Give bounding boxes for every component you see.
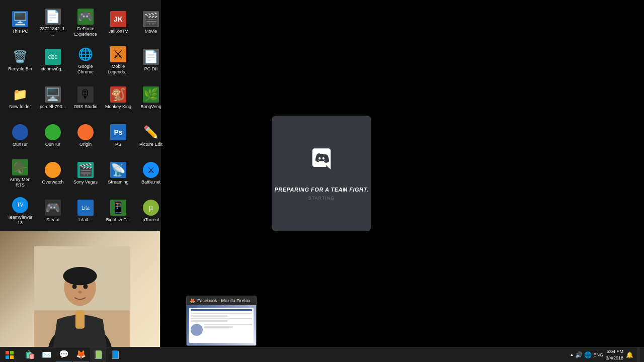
svg-rect-10 xyxy=(10,351,14,354)
desktop-icon-bigolive[interactable]: 📱 BigoLiveC... xyxy=(103,194,133,229)
origin-icon xyxy=(77,124,94,140)
svg-rect-12 xyxy=(10,355,14,359)
lita-icon: Lita xyxy=(77,200,94,216)
clock-time: 5:04 PM xyxy=(606,348,623,355)
tray-notification[interactable]: 🔔 xyxy=(626,351,633,358)
steam-icon: 🎮 xyxy=(45,200,61,216)
taskbar-store-icon[interactable]: 🛍️ xyxy=(22,347,38,363)
tray-network-icon[interactable]: 🌐 xyxy=(584,351,592,358)
tray-speaker-icon[interactable]: 🔊 xyxy=(575,351,583,358)
ps-icon: Ps xyxy=(110,124,126,140)
this-pc-icon: 🖥️ xyxy=(12,11,28,27)
teamviewer-icon: TV xyxy=(12,197,28,213)
fb-thumb-content xyxy=(189,308,254,343)
jaikon-label: JaiKonTV xyxy=(108,29,128,34)
svg-rect-9 xyxy=(6,351,9,354)
mobile-legends-label: Mobile Legends... xyxy=(105,64,132,75)
taskbar-mail-icon[interactable]: ✉️ xyxy=(39,347,55,363)
ountur1-icon xyxy=(12,124,28,140)
desktop-icon-ountur1[interactable]: OunTur xyxy=(5,118,35,153)
windows-logo-icon xyxy=(6,351,14,359)
fb-thumbnail xyxy=(187,305,256,345)
desktop-icon-ctcbmw[interactable]: cbc ctcbmw0g... xyxy=(38,43,68,78)
fb-title: Facebook - Mozilla Firefox xyxy=(197,298,251,303)
desktop-icon-ountur2[interactable]: OunTur xyxy=(38,118,68,153)
desktop-icon-army-men[interactable]: 🪖 Army Men RTS xyxy=(5,156,35,191)
show-desktop-button[interactable] xyxy=(637,347,640,363)
desktop-icon-obs[interactable]: 🎙 OBS Studio xyxy=(70,80,101,116)
system-tray-icons: ▲ 🔊 🌐 ENG xyxy=(570,351,603,358)
desktop-icon-battlenet[interactable]: ⚔ Battle.net xyxy=(136,156,166,191)
teamviewer-label: TeamViewer 13 xyxy=(7,215,34,226)
bongveng-icon: 🌿 xyxy=(143,86,159,103)
desktop-icon-teamviewer[interactable]: TV TeamViewer 13 xyxy=(5,194,35,229)
start-button[interactable] xyxy=(0,347,19,363)
desktop-icon-recycle[interactable]: 🗑️ Recycle Bin xyxy=(5,43,35,78)
desktop-icon-pc-dell[interactable]: 🖥️ pc-dell-790... xyxy=(38,80,68,116)
fb-thumb-line5 xyxy=(204,324,252,325)
ps-label: PS xyxy=(115,142,121,147)
desktop-icon-mobile-legends[interactable]: ⚔ Mobile Legends... xyxy=(103,43,133,78)
ountur2-icon xyxy=(45,124,61,140)
tray-chevron[interactable]: ▲ xyxy=(570,352,574,357)
desktop-icon-ps[interactable]: Ps PS xyxy=(103,118,133,153)
monkey-king-label: Monkey King xyxy=(105,104,131,110)
fb-thumb-line2 xyxy=(191,315,227,317)
desktop-icon-geforce[interactable]: 🎮 GeForce Experience xyxy=(70,5,101,40)
svg-rect-11 xyxy=(6,355,9,359)
pc-dll-label: PC DII xyxy=(144,66,158,72)
svg-point-6 xyxy=(72,284,77,289)
desktop-icon-chrome[interactable]: 🌐 Google Chrome xyxy=(70,43,101,78)
desktop-icon-monkey-king[interactable]: 🐒 Monkey King xyxy=(103,80,133,116)
battlenet-label: Battle.net xyxy=(141,179,160,185)
battlenet-icon: ⚔ xyxy=(143,162,159,178)
streaming-label: Streaming xyxy=(108,179,128,185)
bigolive-icon: 📱 xyxy=(110,200,126,216)
taskbar-firefox-icon[interactable]: 🦊 xyxy=(73,347,89,363)
geforce-label: GeForce Experience xyxy=(72,26,99,37)
28721842-label: 28721842_1... xyxy=(39,26,66,37)
svg-point-7 xyxy=(83,284,88,289)
obs-label: OBS Studio xyxy=(73,104,97,110)
fb-thumb-line6 xyxy=(204,326,233,328)
overwatch-label: Overwatch xyxy=(42,179,63,185)
taskbar-blue-app-icon[interactable]: 📘 xyxy=(107,347,123,363)
tray-lang[interactable]: ENG xyxy=(593,352,603,357)
bigolive-label: BigoLiveC... xyxy=(106,217,131,223)
clock-date: 3/4/2018 xyxy=(606,355,623,361)
firefox-icon: 🦊 xyxy=(190,298,195,303)
system-clock[interactable]: 5:04 PM 3/4/2018 xyxy=(606,348,623,361)
desktop-icon-movie[interactable]: 🎬 Movie xyxy=(136,5,166,40)
desktop-icon-lita[interactable]: Lita Lita&... xyxy=(70,194,101,229)
new-folder-icon: 📁 xyxy=(12,86,28,103)
desktop-icon-pc-dll[interactable]: 📄 PC DII xyxy=(136,43,166,78)
taskbar-green-app-icon[interactable]: 📗 xyxy=(90,347,106,363)
pc-dell-icon: 🖥️ xyxy=(45,86,61,103)
facebook-preview-popup[interactable]: 🦊 Facebook - Mozilla Firefox xyxy=(186,296,257,346)
utorrent-label: µTorrent xyxy=(142,217,159,223)
streaming-icon: 📡 xyxy=(110,162,126,178)
desktop-icon-streaming[interactable]: 📡 Streaming xyxy=(103,156,133,191)
chrome-icon: 🌐 xyxy=(77,46,94,62)
ountur2-label: OunTur xyxy=(45,142,60,147)
ountur1-label: OunTur xyxy=(13,142,28,147)
army-men-label: Army Men RTS xyxy=(7,177,34,188)
desktop-icon-steam[interactable]: 🎮 Steam xyxy=(38,194,68,229)
desktop-icon-jaikon[interactable]: JK JaiKonTV xyxy=(103,5,133,40)
desktop-icon-overwatch[interactable]: Overwatch xyxy=(38,156,68,191)
desktop-icon-bongveng[interactable]: 🌿 BongVeng xyxy=(136,80,166,116)
desktop-icon-sony-vegas[interactable]: 🎬 Sony Vegas xyxy=(70,156,101,191)
taskbar-system-tray: ▲ 🔊 🌐 ENG 5:04 PM 3/4/2018 🔔 xyxy=(570,347,644,363)
svg-rect-5 xyxy=(75,310,85,328)
desktop-icon-origin[interactable]: Origin xyxy=(70,118,101,153)
taskbar-discord-icon[interactable]: 💬 xyxy=(56,347,72,363)
desktop-icon-28721842[interactable]: 📄 28721842_1... xyxy=(38,5,68,40)
pc-dell-label: pc-dell-790... xyxy=(40,104,66,110)
fb-thumb-line4 xyxy=(191,320,227,322)
desktop-icon-new-folder[interactable]: 📁 New folder xyxy=(5,80,35,116)
desktop-icon-picture-edit[interactable]: ✏️ Picture Edit xyxy=(136,118,166,153)
movie-icon: 🎬 xyxy=(143,11,159,27)
desktop-icon-this-pc[interactable]: 🖥️ This PC xyxy=(5,5,35,40)
desktop-icon-utorrent[interactable]: µ µTorrent xyxy=(136,194,166,229)
recycle-label: Recycle Bin xyxy=(8,66,32,72)
